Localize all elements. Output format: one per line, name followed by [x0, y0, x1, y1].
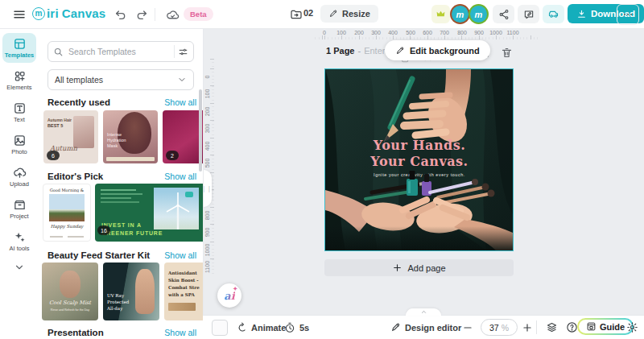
rail-item-text[interactable]: Text: [2, 97, 36, 127]
guide-label: Guide: [600, 322, 625, 332]
rail-item-upload[interactable]: Upload: [2, 162, 36, 192]
template-thumb-happy-sunday[interactable]: Good Morning & Happy Sunday: [43, 184, 91, 242]
redo-icon: [135, 8, 148, 21]
ruler-label: 1100: [204, 255, 210, 279]
thumb-text: GREENER FUTURE: [101, 230, 163, 238]
rail-label-elements: Elements: [6, 84, 31, 91]
duration-button[interactable]: 5s: [284, 316, 309, 339]
plus-icon: [392, 263, 402, 273]
template-thumb-hydration-mask[interactable]: Intense Hydration Mask: [103, 110, 158, 163]
zoom-out-button[interactable]: [462, 316, 473, 339]
template-thumb-magenta[interactable]: 2: [163, 110, 203, 163]
thumb-chip: [185, 192, 193, 197]
hamburger-icon: [12, 7, 27, 22]
template-search-box: [47, 41, 194, 62]
search-input[interactable]: [67, 46, 171, 57]
plus-icon: [522, 322, 533, 333]
toolbar-divider: [155, 8, 155, 21]
add-page-label: Add page: [407, 263, 445, 273]
template-thumb-antioxidant[interactable]: Antioxidant Skin Boost - Combat Stre wit…: [164, 263, 203, 320]
redo-button[interactable]: [132, 5, 151, 24]
undo-button[interactable]: [111, 5, 130, 24]
ai-sparkle-icon: ✦: [233, 286, 237, 292]
premium-crown-button[interactable]: [431, 5, 450, 23]
help-button[interactable]: [566, 316, 578, 339]
miricanvas-logo[interactable]: miriCanvas: [32, 6, 105, 20]
template-thumb-autumn-hair[interactable]: Autumn Hair BEST 5 Autumn 6: [43, 110, 98, 163]
hamburger-menu-button[interactable]: [10, 5, 29, 24]
rail-item-templates[interactable]: Templates: [2, 33, 36, 63]
delete-page-button[interactable]: [500, 46, 514, 60]
minus-icon: [462, 322, 473, 333]
delivery-button[interactable]: [543, 5, 564, 23]
more-options-button[interactable]: [617, 4, 639, 25]
thumb-text: Antioxidant: [168, 271, 197, 276]
panel-collapse-handle[interactable]: ❘❘: [203, 170, 212, 207]
show-all-link[interactable]: Show all: [164, 97, 196, 107]
panel-scrollbar[interactable]: [199, 89, 202, 172]
guide-button[interactable]: Guide: [577, 318, 634, 335]
thumb-text: Skin Boost -: [168, 278, 199, 283]
thumb-photo: [49, 194, 85, 221]
template-thumb-cool-scalp-mist[interactable]: Cool Scalp Mist Rinse and Refresh for th…: [42, 263, 98, 320]
ai-assistant-button[interactable]: ai ✦: [217, 283, 242, 308]
resize-pencil-icon: [328, 9, 338, 19]
show-all-link[interactable]: Show all: [164, 328, 196, 337]
layers-icon: [546, 321, 558, 333]
edit-background-label: Edit background: [410, 46, 480, 56]
thumb-text: Protected: [107, 300, 129, 305]
thumb-text: UV Ray: [107, 293, 124, 299]
design-editor-button[interactable]: Design editor: [390, 316, 461, 339]
elements-icon: [13, 69, 27, 83]
animate-button[interactable]: Animate: [236, 316, 286, 339]
thumb-text: with a SPA: [168, 292, 195, 298]
crown-icon: [436, 9, 446, 19]
avatar-user-2[interactable]: m: [470, 6, 487, 23]
rail-item-elements[interactable]: Elements: [2, 65, 36, 95]
show-all-link[interactable]: Show all: [164, 250, 196, 260]
rail-item-photo[interactable]: Photo: [2, 130, 36, 159]
rail-item-project[interactable]: Project: [2, 194, 36, 224]
canvas-title-1: Your Hands.: [373, 138, 466, 153]
page-count-badge: 6: [47, 151, 60, 160]
section-editors-pick: Editor's Pick Show all: [47, 170, 196, 182]
thumb-text: All-day: [107, 306, 122, 312]
add-page-button[interactable]: Add page: [324, 259, 514, 276]
zoom-level-control[interactable]: 37 %: [481, 319, 518, 336]
feedback-button[interactable]: [518, 5, 539, 23]
design-pencil-icon: [390, 322, 401, 333]
show-all-link[interactable]: Show all: [164, 172, 196, 181]
duration-label: 5s: [299, 323, 309, 333]
page-number-label: 1 Page: [326, 46, 354, 56]
timeline-expand-tab[interactable]: [406, 308, 441, 316]
resize-button[interactable]: Resize: [320, 5, 378, 23]
share-icon: [498, 9, 510, 20]
layers-button[interactable]: [546, 316, 558, 339]
animate-label: Animate: [251, 323, 286, 333]
zoom-in-button[interactable]: [522, 316, 533, 339]
all-templates-dropdown[interactable]: All templates: [47, 69, 194, 90]
text-icon: [13, 101, 27, 115]
bottombar-divider: [536, 320, 537, 334]
thumb-text: Happy Sunday: [43, 224, 90, 229]
template-thumb-uv-ray[interactable]: UV Ray Protected All-day: [103, 263, 159, 320]
settings-button[interactable]: [626, 316, 638, 339]
thumb-text-line: [101, 197, 131, 199]
canvas-tagline: Ignite your creativity with every touch.: [374, 172, 465, 177]
canvas-workspace[interactable]: 0 100 200 300 400 500 600 700 800 900 10…: [203, 28, 644, 316]
cloud-save-button[interactable]: [163, 5, 182, 24]
filter-sliders-icon[interactable]: [178, 47, 188, 57]
thumb-text: Rinse and Refresh for the Day: [42, 308, 98, 312]
rail-item-ai-tools[interactable]: AI tools: [2, 226, 36, 256]
page-preview-thumbnail[interactable]: [212, 320, 228, 336]
rail-more-button[interactable]: [2, 258, 36, 276]
avatar-user-1[interactable]: m: [452, 6, 469, 23]
page-count: 02: [303, 8, 313, 18]
share-button[interactable]: [493, 5, 514, 23]
edit-background-button[interactable]: Edit background: [385, 40, 490, 60]
design-canvas-page[interactable]: Your Hands. Your Canvas. Ignite your cre…: [324, 68, 514, 251]
bottom-toolbar: Animate 5s Design editor 37 % Guide: [203, 315, 644, 339]
edit-pencil-icon: [395, 46, 405, 56]
template-thumb-greener-future[interactable]: INVEST IN A GREENER FUTURE 16: [95, 184, 203, 242]
feedback-pencil-icon: [523, 9, 535, 20]
